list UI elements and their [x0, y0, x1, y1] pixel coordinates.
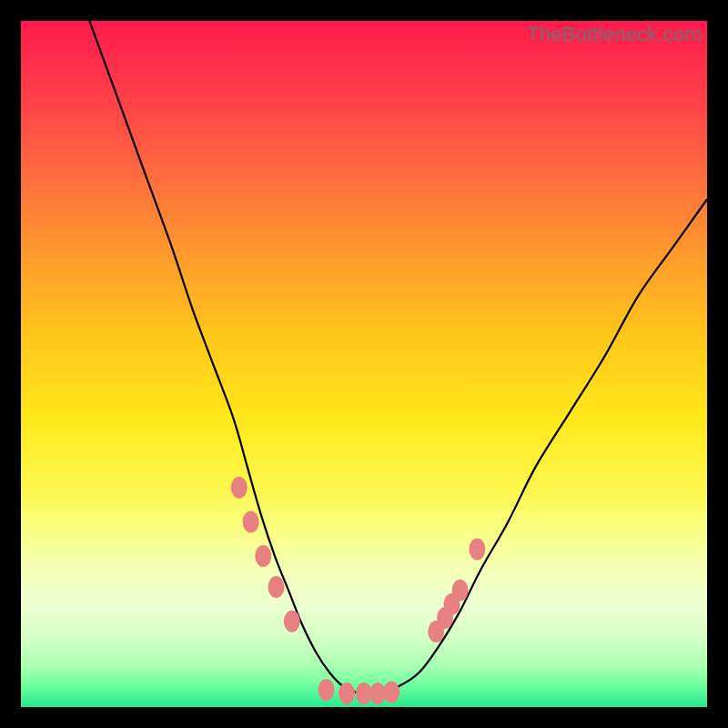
bead-marker	[469, 539, 485, 561]
bottleneck-curve	[89, 21, 707, 694]
curve-svg	[21, 21, 707, 707]
bead-marker	[231, 477, 248, 499]
curve-beads	[231, 477, 486, 704]
chart-frame: TheBottleneck.com	[0, 0, 728, 728]
bead-marker	[452, 580, 469, 602]
plot-area: TheBottleneck.com	[21, 21, 707, 707]
bead-marker	[284, 611, 300, 632]
bead-marker	[243, 511, 259, 532]
bead-marker	[255, 545, 271, 567]
bead-marker	[339, 682, 355, 704]
bead-marker	[318, 679, 335, 701]
bead-marker	[383, 681, 399, 703]
bead-marker	[268, 576, 285, 598]
